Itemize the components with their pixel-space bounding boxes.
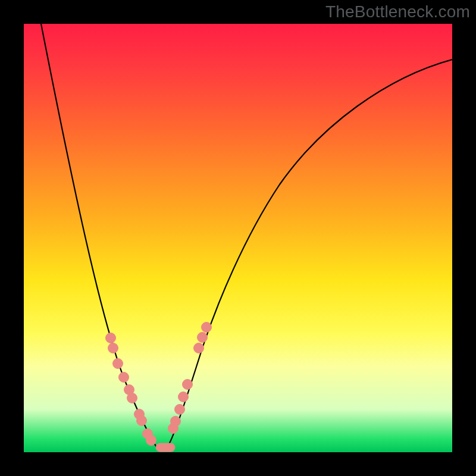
right-dot-5	[194, 343, 204, 353]
right-dot-6	[198, 333, 208, 343]
left-dot-9	[146, 436, 156, 446]
bottom-link-marker	[156, 443, 175, 452]
plot-area	[24, 24, 452, 452]
right-dot-2	[175, 405, 185, 415]
right-curve	[167, 60, 452, 449]
left-dot-2	[113, 359, 123, 369]
left-dot-1	[108, 343, 118, 353]
chart-frame: TheBottleneck.com	[0, 0, 476, 476]
right-dot-4	[183, 380, 193, 390]
right-dot-1	[171, 416, 181, 427]
right-dots-group	[168, 322, 212, 434]
right-dot-7	[202, 322, 212, 333]
left-dot-5	[127, 393, 137, 403]
left-dot-3	[119, 372, 129, 383]
watermark-text: TheBottleneck.com	[325, 2, 470, 21]
left-curve	[41, 24, 158, 449]
left-dots-group	[106, 333, 156, 446]
right-dot-3	[178, 392, 189, 402]
curves-svg	[24, 24, 452, 452]
left-dot-0	[106, 333, 116, 343]
left-dot-7	[137, 416, 147, 426]
